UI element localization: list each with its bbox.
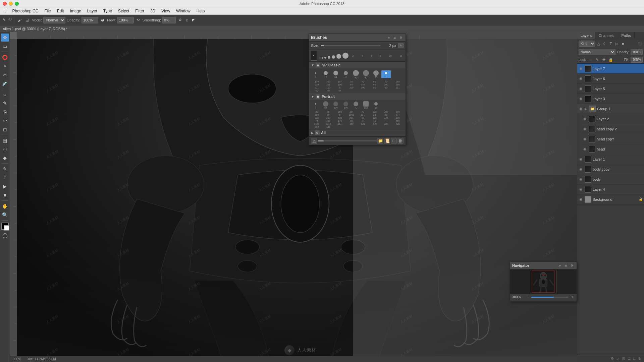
eye-layer3[interactable]: ◉ [579, 97, 583, 101]
filter-shape-btn[interactable]: ▷ [614, 41, 620, 46]
brush-np-19[interactable]: 19 [331, 70, 340, 78]
lock-position-btn[interactable]: ✜ [601, 57, 607, 62]
lasso-tool[interactable]: ⭕ [1, 53, 9, 61]
eye-layer6[interactable]: ◉ [579, 76, 583, 81]
brush-preset-btn[interactable]: 🖌 [16, 17, 23, 23]
layer-item-headcopy[interactable]: ◉ head copY [581, 134, 644, 144]
brushes-bottom-slider[interactable] [318, 140, 377, 141]
all-category-header[interactable]: ▶ ⊕ All [309, 129, 406, 136]
np-classic-header[interactable]: ▼ ◉ NP Classic [309, 62, 406, 68]
maximize-button[interactable] [15, 2, 19, 6]
layer-item-layer4[interactable]: ◉ Layer 4 [577, 184, 644, 194]
filter-toggle-btn[interactable]: ⚫ [637, 41, 643, 46]
tab-paths[interactable]: Paths [618, 32, 635, 39]
layer-item-body[interactable]: ◉ body [577, 174, 644, 184]
eye-headcopy2[interactable]: ◉ [583, 127, 587, 131]
layer-item-group1[interactable]: ◉ ▶ 📁 Group 1 [577, 104, 644, 114]
brush-np-15[interactable]: 15 [321, 70, 330, 78]
duplicate-brush-btn[interactable]: □ [391, 138, 397, 144]
foreground-color[interactable] [1, 223, 9, 230]
filter-smart-btn[interactable]: ■ [620, 41, 626, 46]
opacity-input[interactable] [82, 17, 98, 23]
blur-tool[interactable]: ◌ [1, 145, 9, 153]
layer-item-layer5[interactable]: ◉ Layer 5 [577, 84, 644, 94]
layer-item-headcopy2[interactable]: ◉ head copy 2 [581, 124, 644, 134]
background-color[interactable] [4, 225, 9, 231]
quick-mask-btn[interactable]: ◯ [1, 231, 9, 239]
layer-item-background[interactable]: ◉ Background 🔒 [577, 194, 644, 204]
lock-image-btn[interactable]: ✎ [595, 57, 600, 62]
brush-np-35[interactable]: 35 [371, 70, 381, 79]
eye-bodycopy[interactable]: ◉ [579, 167, 583, 172]
brush-tool-icon[interactable]: ✎ [1, 17, 7, 23]
portrait-brush-50a[interactable]: 50y [331, 101, 340, 109]
hand-tool[interactable]: ✋ [1, 202, 9, 210]
eyedropper-tool[interactable]: 💉 [1, 79, 9, 87]
brush-slider-btn[interactable]: △ [311, 138, 317, 144]
layer-item-layer7[interactable]: ◉ Layer 7 [577, 64, 644, 74]
brushes-close-btn[interactable]: ✕ [398, 35, 404, 40]
flow-input[interactable] [117, 17, 134, 23]
navigator-collapse-btn[interactable]: » [557, 263, 562, 268]
brush-np-1[interactable]: 1 [311, 70, 320, 78]
eye-body[interactable]: ◉ [579, 177, 583, 182]
menu-edit[interactable]: Edit [54, 8, 67, 14]
zoom-in-btn[interactable]: + [570, 295, 575, 299]
eye-group1[interactable]: ◉ [579, 107, 583, 111]
zoom-slider[interactable] [531, 297, 569, 298]
opacity-input[interactable] [631, 49, 643, 55]
minimize-button[interactable] [9, 2, 13, 6]
create-new-brush-btn[interactable]: 📁 [377, 138, 383, 144]
menu-file[interactable]: File [42, 8, 53, 14]
marquee-tool[interactable]: ▭ [1, 42, 9, 50]
brush-np-40b[interactable]: 40 [361, 69, 371, 79]
delete-brush-btn[interactable]: 🗑 [397, 138, 404, 144]
history-brush-tool[interactable]: ↩ [1, 117, 9, 125]
navigator-menu-btn[interactable]: ≡ [563, 263, 569, 268]
layer-item-bodycopy[interactable]: ◉ body copy [577, 164, 644, 174]
pressure-btn[interactable]: ◤ [191, 17, 196, 23]
canvas-area[interactable]: 人人素材 人人素材 人人素材 人人素材 人人素材 人人素材 人人素材 人人素材 … [10, 32, 577, 362]
brush-np-7-selected[interactable]: 7 [381, 70, 391, 78]
move-tool[interactable]: ✥ [1, 34, 9, 42]
filter-type-btn[interactable]: T [608, 41, 613, 46]
eye-layer2[interactable]: ◉ [583, 117, 587, 121]
menu-help[interactable]: Help [194, 8, 208, 14]
menu-3d[interactable]: 3D [148, 8, 158, 14]
eye-layer5[interactable]: ◉ [579, 86, 583, 91]
lock-transparent-btn[interactable]: ◾ [588, 57, 593, 62]
eye-layer7[interactable]: ◉ [579, 66, 583, 71]
portrait-brush-19[interactable]: 19 [371, 101, 381, 109]
filter-kind-select[interactable]: Kind [579, 41, 595, 47]
menu-apple[interactable]:  [2, 8, 9, 14]
menu-window[interactable]: Window [173, 8, 193, 14]
menu-photoshop[interactable]: Photoshop CC [9, 8, 41, 14]
shape-tool[interactable]: ■ [1, 191, 9, 199]
angle-btn[interactable]: ⎋ [184, 17, 190, 23]
fill-input[interactable] [631, 57, 643, 63]
airbrush-btn[interactable]: ◕ [100, 17, 106, 23]
zoom-out-btn[interactable]: − [525, 295, 530, 299]
layer-item-layer3[interactable]: ◉ Layer 3 [577, 94, 644, 104]
layer-item-layer6[interactable]: ◉ Layer 6 [577, 74, 644, 84]
brush-np-40a[interactable]: 40 [351, 69, 361, 79]
menu-filter[interactable]: Filter [132, 8, 147, 14]
portrait-brush-70[interactable]: 70 [351, 101, 361, 109]
tab-layers[interactable]: Layers [577, 32, 595, 39]
filter-pixel-btn[interactable]: △ [596, 41, 601, 46]
portrait-header[interactable]: ▼ ◼ Portrait [309, 93, 406, 100]
menu-type[interactable]: Type [101, 8, 115, 14]
navigator-thumbnail[interactable] [510, 269, 577, 294]
dodge-tool[interactable]: ◆ [1, 154, 9, 162]
layer-list[interactable]: ◉ Layer 7 ◉ Layer 6 ◉ Layer 5 [577, 64, 644, 354]
menu-layer[interactable]: Layer [85, 8, 100, 14]
path-select-tool[interactable]: ▶ [1, 182, 9, 190]
layer-item-head[interactable]: ◉ head [581, 144, 644, 154]
quick-select-tool[interactable]: ⌖ [1, 62, 9, 70]
crop-tool[interactable]: ✂ [1, 71, 9, 79]
menu-select[interactable]: Select [115, 8, 132, 14]
group-expand-icon[interactable]: ▶ [585, 107, 587, 111]
portrait-brush-1[interactable]: 1 [311, 102, 320, 109]
pen-tool[interactable]: ✎ [1, 165, 9, 173]
portrait-brush-90[interactable]: 90 [321, 101, 330, 109]
